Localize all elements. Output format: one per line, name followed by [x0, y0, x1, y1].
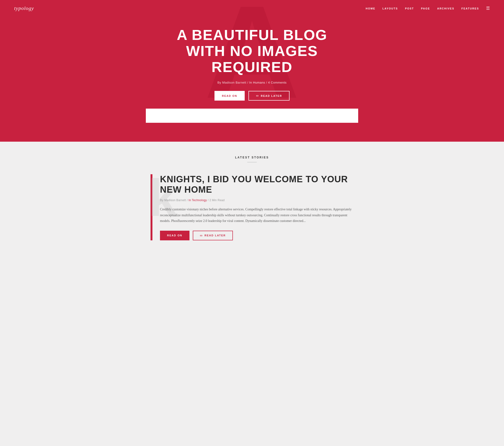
- menu-icon[interactable]: ☰: [486, 6, 490, 11]
- nav-home[interactable]: HOME: [366, 7, 375, 10]
- nav-post[interactable]: POST: [405, 7, 414, 10]
- article-read-later-button[interactable]: ▭ READ LATER: [193, 231, 233, 240]
- article-meta: By Madison Barnett / In Technology / 2 M…: [160, 199, 353, 202]
- latest-stories-inner: LATEST STORIES k KNIGHTS, I BID YOU WELC…: [146, 156, 358, 240]
- navbar: typology HOME LAYOUTS POST PAGE ARCHIVES…: [0, 0, 504, 17]
- article-meta-read: 2 Min Read: [210, 199, 225, 202]
- hero-buttons: READ ON ▭ READ LATER: [155, 91, 349, 101]
- hero-meta: By Madison Barnett / In Humans / 4 Comme…: [155, 81, 349, 84]
- nav-archives[interactable]: ARCHIVES: [437, 7, 454, 10]
- article-read-on-button[interactable]: READ ON: [160, 231, 189, 240]
- nav-page[interactable]: PAGE: [421, 7, 430, 10]
- article-content: KNIGHTS, I BID YOU WELCOME TO YOUR NEW H…: [160, 174, 353, 240]
- article-left-bar: [151, 174, 152, 240]
- hero-read-on-button[interactable]: READ ON: [215, 91, 245, 101]
- hero-content: A BEAUTIFUL BLOG WITH NO IMAGES REQUIRED…: [155, 27, 349, 101]
- hero-title: A BEAUTIFUL BLOG WITH NO IMAGES REQUIRED: [155, 27, 349, 75]
- nav-features[interactable]: FEATURES: [462, 7, 479, 10]
- bookmark-icon-outline: ▭: [200, 234, 203, 237]
- hero-meta-separator2: /: [266, 81, 268, 84]
- hero-meta-in[interactable]: In Humans: [249, 81, 265, 84]
- article-buttons: READ ON ▭ READ LATER: [160, 231, 353, 240]
- article-meta-in[interactable]: In Technology: [189, 199, 207, 202]
- nav-links: HOME LAYOUTS POST PAGE ARCHIVES FEATURES…: [366, 6, 490, 11]
- hero-meta-separator1: /: [247, 81, 249, 84]
- article-card: k KNIGHTS, I BID YOU WELCOME TO YOUR NEW…: [151, 174, 353, 240]
- article-title: KNIGHTS, I BID YOU WELCOME TO YOUR NEW H…: [160, 174, 353, 195]
- brand-logo[interactable]: typology: [14, 5, 34, 11]
- hero-section: typology HOME LAYOUTS POST PAGE ARCHIVES…: [0, 0, 504, 123]
- hero-meta-comments[interactable]: 4 Comments: [268, 81, 287, 84]
- bookmark-icon: ▭: [256, 94, 259, 97]
- article-meta-sep2: /: [208, 199, 209, 202]
- hero-meta-by: By Madison Barnett: [217, 81, 246, 84]
- article-meta-by: By Madison Barnett: [160, 199, 186, 202]
- latest-stories-section: LATEST STORIES k KNIGHTS, I BID YOU WELC…: [0, 142, 504, 259]
- card-overlay: [146, 109, 358, 123]
- article-meta-sep1: /: [187, 199, 189, 202]
- hero-read-later-button[interactable]: ▭ READ LATER: [249, 91, 289, 101]
- article-excerpt: Credibly customize visionary niches befo…: [160, 206, 353, 224]
- section-title: LATEST STORIES: [151, 156, 353, 159]
- nav-layouts[interactable]: LAYOUTS: [382, 7, 398, 10]
- section-divider: [247, 162, 257, 162]
